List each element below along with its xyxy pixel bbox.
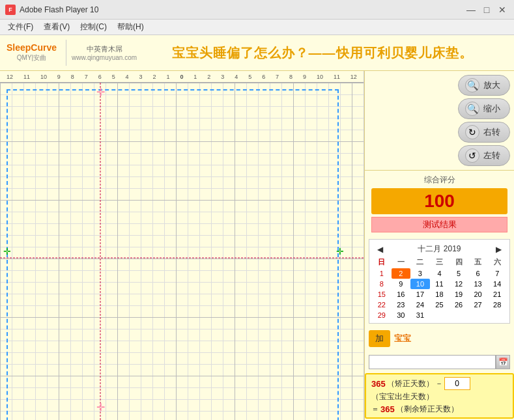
right-panel: 🔍 放大 🔍 缩小 ↻ 右转 ↺ 左转 综合评分 10	[364, 71, 514, 420]
title-bar: F Adobe Flash Player 10 — □ ✕	[0, 0, 514, 20]
calendar-day[interactable]: 20	[468, 289, 488, 300]
calendar-day[interactable]: 5	[449, 268, 468, 279]
zoom-out-button[interactable]: 🔍 缩小	[458, 98, 510, 119]
ruler-numbers: 12 11 10 9 8 7 6 5 4 3 2 1 0 1 2 3 4	[0, 74, 364, 80]
calendar-day[interactable]: 19	[449, 289, 468, 300]
calendar-day[interactable]: 9	[392, 279, 411, 289]
menu-help[interactable]: 帮助(H)	[112, 20, 149, 34]
company-name: 中英青木屌	[87, 44, 122, 54]
logo-sleepcurve: SleepCurve	[7, 43, 57, 53]
formula-note2: （宝宝出生天数）	[371, 391, 434, 402]
add-button[interactable]: 加	[369, 330, 390, 347]
formula-minus: －	[435, 378, 443, 389]
calendar-day[interactable]: 24	[410, 300, 430, 310]
calendar-day[interactable]: 30	[392, 310, 411, 320]
calendar-day[interactable]: 28	[487, 300, 507, 310]
calendar-day[interactable]: 21	[487, 289, 507, 300]
control-buttons: 🔍 放大 🔍 缩小 ↻ 右转 ↺ 左转	[365, 71, 514, 170]
calendar-day[interactable]: 11	[430, 279, 450, 289]
date-input[interactable]	[369, 355, 496, 369]
arrow-right-icon: ✛	[336, 246, 344, 257]
calendar-day[interactable]: 4	[430, 268, 450, 279]
formula-birth-days-input[interactable]	[444, 377, 470, 390]
calendar-day[interactable]: 6	[468, 268, 488, 279]
calendar-day[interactable]: 2	[392, 268, 411, 279]
body-area: 12 11 10 9 8 7 6 5 4 3 2 1 0 1 2 3 4	[0, 71, 514, 420]
close-button[interactable]: ✕	[496, 3, 509, 16]
arrow-left-icon: ✛	[3, 246, 11, 257]
formula-result: 365	[380, 404, 395, 414]
score-title: 综合评分	[371, 175, 507, 186]
main-content: SleepCurve QMY|安曲 中英青木屌 www.qingmuyuan.c…	[0, 35, 514, 420]
formula-line-2: ＝ 365 （剩余矫正天数）	[371, 404, 507, 415]
baby-label: 宝宝	[394, 333, 411, 344]
zoom-in-button[interactable]: 🔍 放大	[458, 75, 510, 96]
minimize-button[interactable]: —	[464, 3, 478, 16]
calendar-day	[449, 310, 468, 320]
calendar-day[interactable]: 26	[449, 300, 468, 310]
calendar-day[interactable]: 31	[410, 310, 430, 320]
date-input-area: 📅	[365, 354, 514, 371]
calendar-day[interactable]: 18	[430, 289, 450, 300]
date-calendar-button[interactable]: 📅	[496, 355, 510, 369]
zoom-out-icon: 🔍	[465, 102, 479, 116]
cal-weekday-sun: 日	[372, 256, 392, 268]
calendar-prev-button[interactable]: ◀	[375, 245, 386, 254]
cal-weekday-mon: 一	[392, 256, 411, 268]
formula-365: 365	[371, 379, 386, 389]
plus-bottom-icon: ✛	[96, 401, 105, 413]
window-title: Adobe Flash Player 10	[20, 5, 464, 14]
calendar-next-button[interactable]: ▶	[493, 245, 504, 254]
menu-file[interactable]: 文件(F)	[3, 20, 38, 34]
grid-body: ✛ ✛ ✛ ✛	[0, 83, 364, 420]
calendar-day[interactable]: 12	[449, 279, 468, 289]
calendar-day	[487, 310, 507, 320]
center-h-line	[0, 258, 364, 259]
grid-canvas: 12 11 10 9 8 7 6 5 4 3 2 1 0 1 2 3 4	[0, 71, 364, 420]
score-panel: 综合评分 100 测试结果	[365, 170, 514, 236]
calendar-day[interactable]: 13	[468, 279, 488, 289]
test-result-label: 测试结果	[371, 217, 507, 232]
cal-weekday-tue: 二	[410, 256, 430, 268]
app-icon: F	[5, 5, 16, 15]
calendar-day[interactable]: 29	[372, 310, 392, 320]
calendar-day[interactable]: 7	[487, 268, 507, 279]
rotate-right-label: 右转	[483, 126, 500, 138]
menu-control[interactable]: 控制(C)	[75, 20, 112, 34]
calendar-day[interactable]: 15	[372, 289, 392, 300]
formula-note3: （剩余矫正天数）	[396, 404, 459, 415]
cal-weekday-fri: 五	[468, 256, 488, 268]
rotate-right-button[interactable]: ↻ 右转	[458, 122, 510, 143]
formula-area: 365 （矫正天数） － （宝宝出生天数） ＝ 365 （剩余矫正天数）	[365, 373, 514, 419]
calendar-day[interactable]: 3	[410, 268, 430, 279]
cal-weekday-thu: 四	[449, 256, 468, 268]
calendar-day[interactable]: 27	[468, 300, 488, 310]
banner-title: 宝宝头睡偏了怎么办？——快用可利贝婴儿床垫。	[137, 44, 507, 62]
menu-view[interactable]: 查看(V)	[38, 20, 75, 34]
logo-area: SleepCurve QMY|安曲	[7, 43, 57, 62]
calendar-day[interactable]: 8	[372, 279, 392, 289]
add-row: 加 宝宝	[365, 326, 514, 351]
top-banner: SleepCurve QMY|安曲 中英青木屌 www.qingmuyuan.c…	[0, 35, 514, 71]
calendar-day[interactable]: 17	[410, 289, 430, 300]
rotate-left-button[interactable]: ↺ 左转	[458, 145, 510, 166]
calendar-day[interactable]: 1	[372, 268, 392, 279]
center-v-line	[100, 83, 101, 420]
zoom-out-label: 缩小	[483, 103, 500, 115]
calendar-day[interactable]: 10	[410, 279, 430, 289]
rotate-right-icon: ↻	[465, 125, 479, 139]
formula-line-1: 365 （矫正天数） － （宝宝出生天数）	[371, 377, 507, 402]
company-url: www.qingmuyuan.com	[72, 54, 137, 61]
cal-weekday-sat: 六	[487, 256, 507, 268]
calendar-day[interactable]: 22	[372, 300, 392, 310]
calendar-day[interactable]: 25	[430, 300, 450, 310]
rotate-left-label: 左转	[483, 150, 500, 161]
logo-qmy: QMY|安曲	[17, 53, 46, 63]
calendar-day[interactable]: 16	[392, 289, 411, 300]
calendar-day[interactable]: 23	[392, 300, 411, 310]
calendar: ◀ 十二月 2019 ▶ 日 一 二 三 四 五 六	[369, 239, 510, 324]
dashed-outline	[7, 89, 339, 420]
score-value: 100	[371, 188, 507, 214]
calendar-day[interactable]: 14	[487, 279, 507, 289]
maximize-button[interactable]: □	[480, 3, 493, 16]
